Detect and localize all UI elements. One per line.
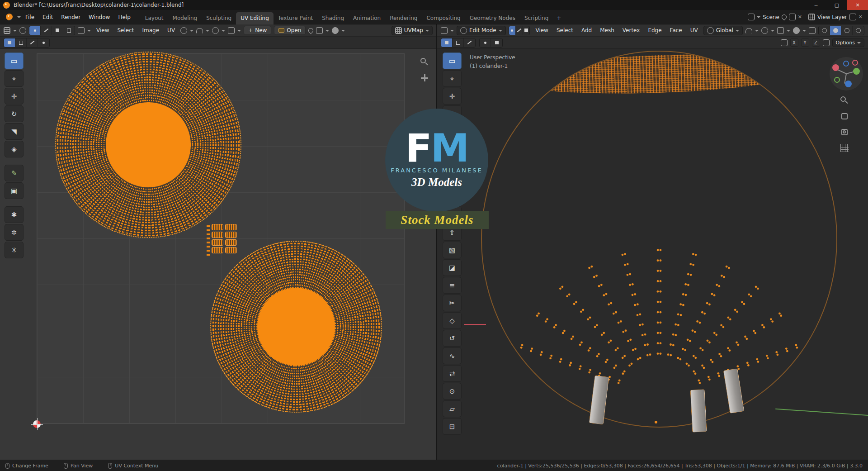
v3d-menu-mesh[interactable]: Mesh xyxy=(597,26,617,35)
tool-rip-region[interactable]: ⊟ xyxy=(443,418,462,435)
uv-select-extend-button[interactable] xyxy=(15,38,27,47)
tool-select-box[interactable]: ▭ xyxy=(443,52,462,69)
v3d-menu-face[interactable]: Face xyxy=(667,26,685,35)
tab-uv-editing[interactable]: UV Editing xyxy=(236,12,274,24)
gizmo-y-axis-ball[interactable] xyxy=(853,68,860,75)
scene-name[interactable]: Scene xyxy=(763,14,779,20)
uv-select-subtract-button[interactable] xyxy=(27,38,38,47)
vertex-mode-button[interactable] xyxy=(509,26,516,35)
viewport-zoom-icon[interactable] xyxy=(840,96,849,105)
uv-gizmo-toggle-icon[interactable] xyxy=(316,27,323,34)
show-overlays-icon[interactable] xyxy=(793,27,800,34)
tab-layout[interactable]: Layout xyxy=(141,12,168,24)
edge-mode-button[interactable] xyxy=(516,26,523,35)
uv-snap-icon[interactable] xyxy=(196,28,203,33)
uv-select-island-button[interactable] xyxy=(63,26,75,35)
v3d-select-extend-button[interactable] xyxy=(453,38,464,47)
viewport-camera-icon[interactable] xyxy=(840,128,849,136)
uv-chip[interactable] xyxy=(212,232,223,238)
uv-chip[interactable] xyxy=(212,224,223,230)
view-layer-icon[interactable] xyxy=(808,14,815,20)
scene-browse-icon[interactable] xyxy=(748,14,755,20)
scene-selector[interactable]: Scene ✕ xyxy=(748,14,802,20)
tool-inset-faces[interactable]: ▧ xyxy=(443,242,462,258)
minimize-button[interactable]: ─ xyxy=(806,0,826,10)
tool-scale[interactable]: ◥ xyxy=(5,123,24,140)
viewport-ortho-grid-icon[interactable] xyxy=(840,144,849,152)
add-workspace-button[interactable]: + xyxy=(553,12,565,24)
uv-chip[interactable] xyxy=(212,239,223,246)
tool-smooth[interactable]: ∿ xyxy=(443,347,462,364)
colander-mesh[interactable] xyxy=(481,51,837,428)
uv-chip[interactable] xyxy=(225,247,237,253)
gizmo-x-axis-ball[interactable] xyxy=(832,64,839,71)
face-mode-button[interactable] xyxy=(523,26,530,35)
uv-menu-view[interactable]: View xyxy=(94,26,112,35)
uv-menu-uv[interactable]: UV xyxy=(165,26,178,35)
open-image-button[interactable]: Open xyxy=(274,26,306,35)
uv-menu-image[interactable]: Image xyxy=(140,26,162,35)
tab-texture-paint[interactable]: Texture Paint xyxy=(274,12,317,24)
v3d-menu-uv[interactable]: UV xyxy=(688,26,701,35)
menu-window[interactable]: Window xyxy=(85,12,113,22)
tool-move[interactable]: ✛ xyxy=(443,88,462,105)
orientation-dropdown[interactable]: Global xyxy=(703,26,743,35)
menu-edit[interactable]: Edit xyxy=(39,12,57,22)
zoom-icon[interactable] xyxy=(420,58,428,65)
uv-chip[interactable] xyxy=(225,224,237,230)
scene-unlink-icon[interactable]: ✕ xyxy=(798,14,802,20)
uv-overlays-toggle-icon[interactable] xyxy=(332,27,339,34)
gizmo-z-axis-ball[interactable] xyxy=(845,81,852,87)
v3d-menu-vertex[interactable]: Vertex xyxy=(620,26,643,35)
blender-menu-icon[interactable] xyxy=(6,14,13,20)
tool-poly-build[interactable]: ◇ xyxy=(443,312,462,329)
view-layer-name[interactable]: View Layer xyxy=(817,14,847,20)
v3d-menu-add[interactable]: Add xyxy=(579,26,594,35)
uv-canvas[interactable]: ▭⌖✛↻◥◈✎▣✱✲✳ xyxy=(0,49,436,460)
navigation-gizmo[interactable] xyxy=(830,57,863,90)
tool-cursor[interactable]: ⌖ xyxy=(5,70,24,87)
mirror-z-button[interactable]: Z xyxy=(812,38,820,47)
tool-move[interactable]: ✛ xyxy=(5,88,24,105)
xray-toggle-icon[interactable] xyxy=(809,27,816,34)
options-dropdown[interactable]: Options xyxy=(832,38,864,47)
tab-animation[interactable]: Animation xyxy=(349,12,385,24)
mirror-icon[interactable] xyxy=(781,39,788,46)
tool-grab[interactable]: ✱ xyxy=(5,206,24,223)
show-gizmo-icon[interactable] xyxy=(777,27,784,34)
menu-file[interactable]: File xyxy=(22,12,38,22)
uv-select-vertex-button[interactable] xyxy=(29,26,41,35)
tab-shading[interactable]: Shading xyxy=(317,12,349,24)
tool-edge-slide[interactable]: ⇄ xyxy=(443,365,462,382)
scene-copy-icon[interactable] xyxy=(789,14,796,20)
uv-select-face-button[interactable] xyxy=(52,26,63,35)
shading-rendered-button[interactable] xyxy=(853,26,864,35)
tool-transform[interactable]: ◈ xyxy=(5,141,24,157)
shading-solid-button[interactable] xyxy=(830,26,841,35)
uv-image-browse-icon[interactable] xyxy=(228,27,235,34)
tab-geometry-nodes[interactable]: Geometry Nodes xyxy=(465,12,520,24)
uv-select-edge-button[interactable] xyxy=(41,26,52,35)
v3d-option-a-button[interactable] xyxy=(480,38,491,47)
gizmo-z-neg-ball[interactable] xyxy=(843,61,849,67)
uv-chip[interactable] xyxy=(225,239,237,246)
menu-help[interactable]: Help xyxy=(114,12,134,22)
tool-measure[interactable]: ▣ xyxy=(5,182,24,199)
uv-select-invert-button[interactable] xyxy=(38,38,49,47)
uv-island-top[interactable] xyxy=(55,52,241,238)
v3d-menu-select[interactable]: Select xyxy=(554,26,576,35)
uv-pivot-icon[interactable] xyxy=(180,27,187,34)
view-layer-selector[interactable]: View Layer ✕ xyxy=(808,14,863,20)
v3d-menu-edge[interactable]: Edge xyxy=(645,26,664,35)
new-image-button[interactable]: + New xyxy=(244,26,271,35)
tool-loop-cut[interactable]: ≡ xyxy=(443,277,462,294)
tool-bevel[interactable]: ◪ xyxy=(443,259,462,276)
shading-material-button[interactable] xyxy=(841,26,853,35)
view-layer-unlink-icon[interactable]: ✕ xyxy=(859,14,863,20)
tab-modeling[interactable]: Modeling xyxy=(168,12,202,24)
view-layer-copy-icon[interactable] xyxy=(849,14,856,20)
uv-pin-image-icon[interactable] xyxy=(307,27,315,34)
tab-rendering[interactable]: Rendering xyxy=(385,12,422,24)
menu-render[interactable]: Render xyxy=(57,12,84,22)
tool-shear[interactable]: ▱ xyxy=(443,400,462,417)
